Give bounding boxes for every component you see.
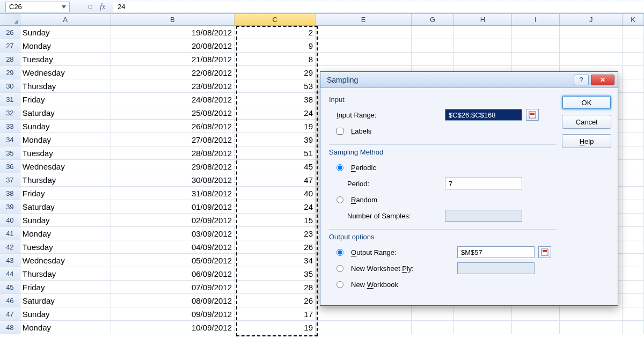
select-all-corner[interactable] bbox=[0, 14, 20, 25]
output-range-field[interactable]: $M$57 bbox=[457, 246, 535, 258]
cell[interactable] bbox=[412, 53, 455, 65]
column-header-k[interactable]: K bbox=[623, 14, 644, 25]
cell[interactable] bbox=[623, 321, 644, 334]
cell[interactable] bbox=[512, 53, 560, 65]
cell[interactable] bbox=[454, 53, 511, 65]
cell[interactable] bbox=[512, 321, 560, 334]
row-header[interactable]: 43 bbox=[0, 254, 20, 267]
cell[interactable]: Thursday bbox=[20, 79, 111, 92]
column-header-e[interactable]: E bbox=[316, 14, 412, 25]
cell[interactable]: 19 bbox=[235, 120, 316, 133]
cell[interactable] bbox=[454, 307, 511, 320]
cell[interactable]: 04/09/2012 bbox=[111, 240, 235, 253]
cell[interactable] bbox=[623, 79, 644, 92]
new-worksheet-field[interactable] bbox=[457, 262, 535, 274]
cell[interactable]: 29/08/2012 bbox=[111, 160, 235, 173]
cell[interactable] bbox=[623, 200, 644, 213]
cell[interactable]: Monday bbox=[20, 227, 111, 240]
row-header[interactable]: 45 bbox=[0, 281, 20, 293]
cell[interactable]: 10/09/2012 bbox=[111, 321, 235, 334]
cell[interactable] bbox=[623, 146, 644, 159]
cell[interactable] bbox=[623, 214, 644, 226]
row-header[interactable]: 42 bbox=[0, 240, 20, 253]
cell[interactable] bbox=[512, 26, 560, 39]
row-header[interactable]: 35 bbox=[0, 146, 20, 159]
cell[interactable] bbox=[623, 106, 644, 119]
cell[interactable]: 38 bbox=[235, 93, 316, 106]
new-workbook-radio[interactable] bbox=[336, 281, 343, 288]
column-header-c[interactable]: C bbox=[235, 14, 316, 25]
cell[interactable]: 26/08/2012 bbox=[111, 120, 235, 133]
row-header[interactable]: 29 bbox=[0, 66, 20, 79]
cell[interactable]: 15 bbox=[235, 214, 316, 226]
row-header[interactable]: 48 bbox=[0, 321, 20, 334]
cell[interactable]: 07/09/2012 bbox=[111, 281, 235, 293]
cell[interactable] bbox=[623, 39, 644, 52]
row-header[interactable]: 26 bbox=[0, 26, 20, 39]
cell[interactable]: Wednesday bbox=[20, 254, 111, 267]
dialog-titlebar[interactable]: Sampling ? ✕ bbox=[320, 72, 618, 88]
cell[interactable] bbox=[412, 26, 455, 39]
output-range-picker-icon[interactable] bbox=[538, 246, 551, 258]
cell[interactable]: Thursday bbox=[20, 267, 111, 280]
cell[interactable]: Saturday bbox=[20, 106, 111, 119]
row-header[interactable]: 27 bbox=[0, 39, 20, 52]
row-header[interactable]: 39 bbox=[0, 200, 20, 213]
cell[interactable]: 20/08/2012 bbox=[111, 39, 235, 52]
input-range-field[interactable]: $C$26:$C$168 bbox=[445, 109, 522, 121]
name-box[interactable]: C26 bbox=[5, 2, 70, 12]
row-header[interactable]: 30 bbox=[0, 79, 20, 92]
cell[interactable]: Sunday bbox=[20, 307, 111, 320]
cell[interactable]: 9 bbox=[235, 39, 316, 52]
cell[interactable]: Thursday bbox=[20, 173, 111, 186]
cell[interactable]: 45 bbox=[235, 160, 316, 173]
cell[interactable]: Friday bbox=[20, 93, 111, 106]
cell[interactable]: Sunday bbox=[20, 214, 111, 226]
cell[interactable]: Sunday bbox=[20, 120, 111, 133]
cell[interactable]: 53 bbox=[235, 79, 316, 92]
periodic-radio[interactable] bbox=[336, 164, 343, 171]
cell[interactable]: 24/08/2012 bbox=[111, 93, 235, 106]
ok-button[interactable]: OK bbox=[562, 95, 611, 109]
cell[interactable] bbox=[623, 53, 644, 65]
cell[interactable] bbox=[412, 307, 455, 320]
cell[interactable]: 23/08/2012 bbox=[111, 79, 235, 92]
cell[interactable] bbox=[623, 254, 644, 267]
cancel-button[interactable]: Cancel bbox=[562, 115, 611, 129]
cell[interactable]: 23 bbox=[235, 227, 316, 240]
cell[interactable] bbox=[560, 39, 623, 52]
input-range-picker-icon[interactable] bbox=[526, 109, 539, 121]
cell[interactable]: 40 bbox=[235, 187, 316, 200]
cell[interactable]: 39 bbox=[235, 133, 316, 146]
row-header[interactable]: 37 bbox=[0, 173, 20, 186]
cell[interactable]: 26 bbox=[235, 240, 316, 253]
cell[interactable] bbox=[454, 26, 511, 39]
num-samples-field[interactable] bbox=[445, 210, 522, 222]
cell[interactable]: 27/08/2012 bbox=[111, 133, 235, 146]
cell[interactable] bbox=[454, 321, 511, 334]
cell[interactable]: Wednesday bbox=[20, 160, 111, 173]
cell[interactable]: 51 bbox=[235, 146, 316, 159]
cell[interactable] bbox=[512, 39, 560, 52]
cell[interactable]: 34 bbox=[235, 254, 316, 267]
cell[interactable]: 22/08/2012 bbox=[111, 66, 235, 79]
labels-checkbox[interactable] bbox=[336, 128, 343, 135]
cell[interactable]: 31/08/2012 bbox=[111, 187, 235, 200]
new-worksheet-radio[interactable] bbox=[336, 265, 343, 272]
cell[interactable]: 24 bbox=[235, 106, 316, 119]
dialog-close-button[interactable]: ✕ bbox=[591, 75, 614, 85]
cell[interactable]: Tuesday bbox=[20, 240, 111, 253]
period-field[interactable]: 7 bbox=[445, 178, 522, 189]
cell[interactable] bbox=[623, 120, 644, 133]
cell[interactable]: 17 bbox=[235, 307, 316, 320]
cell[interactable] bbox=[623, 281, 644, 293]
cell[interactable] bbox=[623, 93, 644, 106]
row-header[interactable]: 44 bbox=[0, 267, 20, 280]
cell[interactable]: 26 bbox=[235, 294, 316, 307]
cell[interactable] bbox=[316, 53, 412, 65]
cancel-formula-icon[interactable] bbox=[88, 5, 92, 9]
cell[interactable]: 05/09/2012 bbox=[111, 254, 235, 267]
row-header[interactable]: 41 bbox=[0, 227, 20, 240]
cell[interactable]: 25/08/2012 bbox=[111, 106, 235, 119]
row-header[interactable]: 36 bbox=[0, 160, 20, 173]
